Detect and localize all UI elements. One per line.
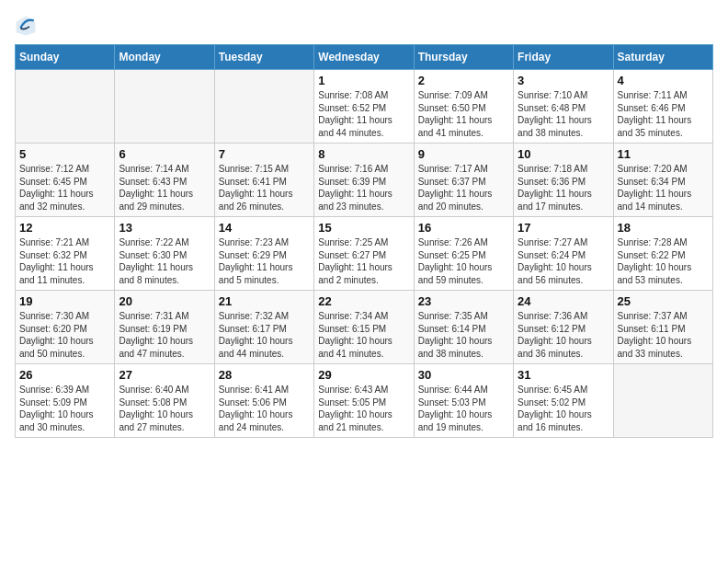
day-number: 10 — [518, 147, 609, 161]
day-number: 16 — [418, 221, 509, 235]
calendar-cell — [16, 70, 115, 144]
calendar-cell: 25Sunrise: 7:37 AM Sunset: 6:11 PM Dayli… — [613, 291, 712, 364]
weekday-header-row: SundayMondayTuesdayWednesdayThursdayFrid… — [16, 45, 713, 70]
day-number: 30 — [418, 368, 509, 382]
calendar-table: SundayMondayTuesdayWednesdayThursdayFrid… — [15, 44, 713, 438]
calendar-cell: 20Sunrise: 7:31 AM Sunset: 6:19 PM Dayli… — [115, 291, 214, 364]
calendar-cell: 23Sunrise: 7:35 AM Sunset: 6:14 PM Dayli… — [414, 291, 513, 364]
day-number: 6 — [119, 147, 210, 161]
day-info: Sunrise: 7:11 AM Sunset: 6:46 PM Dayligh… — [618, 89, 709, 139]
day-info: Sunrise: 7:15 AM Sunset: 6:41 PM Dayligh… — [219, 163, 310, 213]
day-info: Sunrise: 7:23 AM Sunset: 6:29 PM Dayligh… — [219, 236, 310, 286]
calendar-cell: 9Sunrise: 7:17 AM Sunset: 6:37 PM Daylig… — [414, 144, 513, 217]
calendar-cell: 15Sunrise: 7:25 AM Sunset: 6:27 PM Dayli… — [314, 217, 414, 291]
calendar-cell — [214, 70, 313, 144]
day-info: Sunrise: 7:36 AM Sunset: 6:12 PM Dayligh… — [518, 310, 609, 360]
calendar-cell: 18Sunrise: 7:28 AM Sunset: 6:22 PM Dayli… — [613, 217, 712, 291]
day-number: 3 — [518, 74, 609, 87]
day-number: 19 — [19, 294, 110, 308]
calendar-cell: 28Sunrise: 6:41 AM Sunset: 5:06 PM Dayli… — [214, 364, 313, 438]
day-number: 15 — [318, 221, 409, 235]
calendar-cell: 26Sunrise: 6:39 AM Sunset: 5:09 PM Dayli… — [16, 364, 115, 438]
calendar-cell: 27Sunrise: 6:40 AM Sunset: 5:08 PM Dayli… — [115, 364, 214, 438]
day-number: 17 — [518, 221, 609, 235]
day-info: Sunrise: 7:32 AM Sunset: 6:17 PM Dayligh… — [219, 310, 310, 360]
day-number: 29 — [318, 368, 409, 382]
day-number: 14 — [219, 221, 310, 235]
calendar-cell: 29Sunrise: 6:43 AM Sunset: 5:05 PM Dayli… — [314, 364, 414, 438]
calendar-cell: 31Sunrise: 6:45 AM Sunset: 5:02 PM Dayli… — [514, 364, 613, 438]
day-info: Sunrise: 7:21 AM Sunset: 6:32 PM Dayligh… — [19, 236, 110, 286]
day-number: 25 — [618, 294, 709, 308]
day-info: Sunrise: 6:41 AM Sunset: 5:06 PM Dayligh… — [219, 384, 310, 433]
weekday-header: Tuesday — [214, 45, 313, 70]
weekday-header: Thursday — [414, 45, 513, 70]
day-number: 11 — [618, 147, 709, 161]
day-number: 20 — [119, 294, 210, 308]
page-header — [15, 15, 713, 37]
day-number: 4 — [618, 74, 709, 87]
day-info: Sunrise: 7:09 AM Sunset: 6:50 PM Dayligh… — [418, 89, 509, 139]
day-info: Sunrise: 7:30 AM Sunset: 6:20 PM Dayligh… — [19, 310, 110, 360]
day-info: Sunrise: 6:44 AM Sunset: 5:03 PM Dayligh… — [418, 384, 509, 433]
day-number: 1 — [318, 74, 409, 87]
day-info: Sunrise: 7:26 AM Sunset: 6:25 PM Dayligh… — [418, 236, 509, 286]
day-info: Sunrise: 7:14 AM Sunset: 6:43 PM Dayligh… — [119, 163, 210, 213]
day-number: 26 — [19, 368, 110, 382]
calendar-week-row: 26Sunrise: 6:39 AM Sunset: 5:09 PM Dayli… — [16, 364, 713, 438]
day-number: 21 — [219, 294, 310, 308]
calendar-cell — [613, 364, 712, 438]
weekday-header: Wednesday — [314, 45, 414, 70]
day-number: 12 — [19, 221, 110, 235]
calendar-cell: 6Sunrise: 7:14 AM Sunset: 6:43 PM Daylig… — [115, 144, 214, 217]
calendar-cell: 22Sunrise: 7:34 AM Sunset: 6:15 PM Dayli… — [314, 291, 414, 364]
day-info: Sunrise: 7:25 AM Sunset: 6:27 PM Dayligh… — [318, 236, 409, 286]
logo-icon — [15, 15, 37, 37]
day-info: Sunrise: 7:37 AM Sunset: 6:11 PM Dayligh… — [618, 310, 709, 360]
day-info: Sunrise: 7:28 AM Sunset: 6:22 PM Dayligh… — [618, 236, 709, 286]
calendar-cell: 16Sunrise: 7:26 AM Sunset: 6:25 PM Dayli… — [414, 217, 513, 291]
day-info: Sunrise: 7:34 AM Sunset: 6:15 PM Dayligh… — [318, 310, 409, 360]
day-number: 22 — [318, 294, 409, 308]
day-info: Sunrise: 7:18 AM Sunset: 6:36 PM Dayligh… — [518, 163, 609, 213]
day-info: Sunrise: 7:17 AM Sunset: 6:37 PM Dayligh… — [418, 163, 509, 213]
calendar-cell: 19Sunrise: 7:30 AM Sunset: 6:20 PM Dayli… — [16, 291, 115, 364]
weekday-header: Sunday — [16, 45, 115, 70]
calendar-cell: 24Sunrise: 7:36 AM Sunset: 6:12 PM Dayli… — [514, 291, 613, 364]
day-info: Sunrise: 7:22 AM Sunset: 6:30 PM Dayligh… — [119, 236, 210, 286]
day-info: Sunrise: 7:16 AM Sunset: 6:39 PM Dayligh… — [318, 163, 409, 213]
day-info: Sunrise: 6:39 AM Sunset: 5:09 PM Dayligh… — [19, 384, 110, 433]
calendar-cell: 30Sunrise: 6:44 AM Sunset: 5:03 PM Dayli… — [414, 364, 513, 438]
day-number: 27 — [119, 368, 210, 382]
day-number: 5 — [19, 147, 110, 161]
calendar-cell: 10Sunrise: 7:18 AM Sunset: 6:36 PM Dayli… — [514, 144, 613, 217]
calendar-cell: 4Sunrise: 7:11 AM Sunset: 6:46 PM Daylig… — [613, 70, 712, 144]
calendar-cell: 11Sunrise: 7:20 AM Sunset: 6:34 PM Dayli… — [613, 144, 712, 217]
calendar-cell: 17Sunrise: 7:27 AM Sunset: 6:24 PM Dayli… — [514, 217, 613, 291]
calendar-cell: 13Sunrise: 7:22 AM Sunset: 6:30 PM Dayli… — [115, 217, 214, 291]
calendar-cell: 1Sunrise: 7:08 AM Sunset: 6:52 PM Daylig… — [314, 70, 414, 144]
calendar-cell: 5Sunrise: 7:12 AM Sunset: 6:45 PM Daylig… — [16, 144, 115, 217]
day-info: Sunrise: 6:40 AM Sunset: 5:08 PM Dayligh… — [119, 384, 210, 433]
day-number: 9 — [418, 147, 509, 161]
day-number: 7 — [219, 147, 310, 161]
calendar-cell: 8Sunrise: 7:16 AM Sunset: 6:39 PM Daylig… — [314, 144, 414, 217]
calendar-cell — [115, 70, 214, 144]
day-info: Sunrise: 6:45 AM Sunset: 5:02 PM Dayligh… — [518, 384, 609, 433]
calendar-week-row: 12Sunrise: 7:21 AM Sunset: 6:32 PM Dayli… — [16, 217, 713, 291]
day-info: Sunrise: 7:31 AM Sunset: 6:19 PM Dayligh… — [119, 310, 210, 360]
day-number: 8 — [318, 147, 409, 161]
day-info: Sunrise: 7:10 AM Sunset: 6:48 PM Dayligh… — [518, 89, 609, 139]
day-number: 13 — [119, 221, 210, 235]
day-info: Sunrise: 6:43 AM Sunset: 5:05 PM Dayligh… — [318, 384, 409, 433]
calendar-cell: 21Sunrise: 7:32 AM Sunset: 6:17 PM Dayli… — [214, 291, 313, 364]
weekday-header: Monday — [115, 45, 214, 70]
calendar-cell: 3Sunrise: 7:10 AM Sunset: 6:48 PM Daylig… — [514, 70, 613, 144]
day-info: Sunrise: 7:27 AM Sunset: 6:24 PM Dayligh… — [518, 236, 609, 286]
day-info: Sunrise: 7:08 AM Sunset: 6:52 PM Dayligh… — [318, 89, 409, 139]
calendar-week-row: 1Sunrise: 7:08 AM Sunset: 6:52 PM Daylig… — [16, 70, 713, 144]
weekday-header: Saturday — [613, 45, 712, 70]
calendar-week-row: 5Sunrise: 7:12 AM Sunset: 6:45 PM Daylig… — [16, 144, 713, 217]
day-number: 18 — [618, 221, 709, 235]
day-info: Sunrise: 7:20 AM Sunset: 6:34 PM Dayligh… — [618, 163, 709, 213]
